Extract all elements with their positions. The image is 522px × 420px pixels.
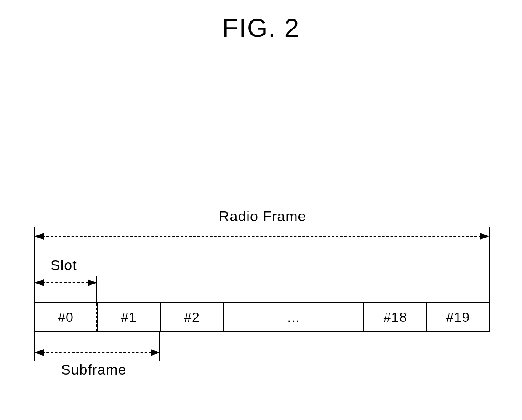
subframe-label: Subframe — [61, 361, 126, 378]
dim-line — [42, 352, 152, 353]
arrow-right-icon — [480, 233, 489, 240]
slot-cell-0: #0 — [34, 302, 97, 332]
arrow-right-icon — [151, 349, 160, 356]
slot-cell-19: #19 — [426, 302, 490, 332]
dim-line — [42, 236, 481, 237]
slot-cell-2: #2 — [160, 302, 223, 332]
figure-canvas: FIG. 2 Radio Frame Slot #0 #1 #2 … #18 #… — [0, 0, 522, 420]
arrow-right-icon — [88, 279, 97, 286]
slot-row: #0 #1 #2 … #18 #19 — [34, 302, 490, 332]
slot-cell-18: #18 — [363, 302, 426, 332]
slot-label: Slot — [51, 257, 77, 273]
slot-cell-1: #1 — [97, 302, 160, 332]
dim-line — [42, 282, 88, 283]
slot-cell-ellipsis: … — [223, 302, 363, 332]
dim-cap-right — [159, 332, 160, 361]
figure-title: FIG. 2 — [0, 13, 522, 43]
radio-frame-label: Radio Frame — [219, 208, 306, 225]
dim-cap-left — [34, 332, 35, 361]
